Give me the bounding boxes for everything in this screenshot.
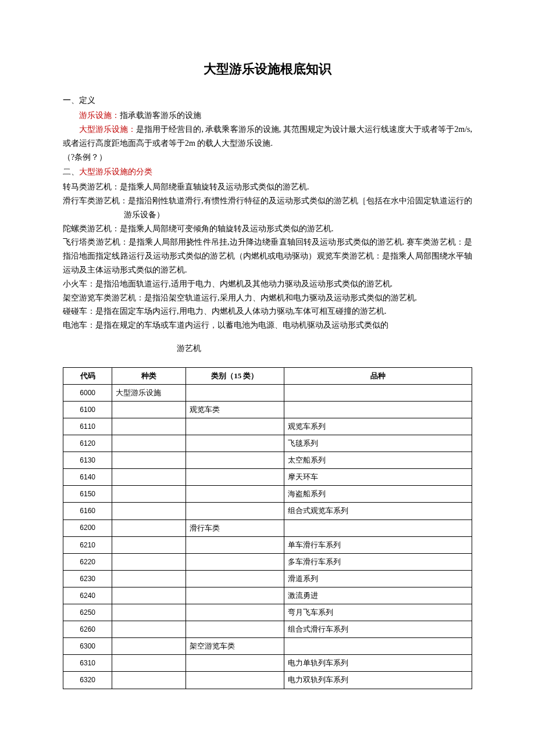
- cell-code: 6110: [63, 418, 112, 435]
- cell-variety: [284, 638, 472, 655]
- cell-variety: 飞毯系列: [284, 435, 472, 452]
- table-header-row: 代码 种类 类别（15 类） 品种: [63, 367, 472, 384]
- table-row: 6220多车滑行车系列: [63, 553, 472, 570]
- cell-kind: [112, 638, 186, 655]
- table-row: 6130太空船系列: [63, 452, 472, 469]
- cell-code: 6300: [63, 638, 112, 655]
- cell-code: 6150: [63, 486, 112, 503]
- cell-code: 6000: [63, 384, 112, 401]
- th-code: 代码: [63, 367, 112, 384]
- cell-kind: [112, 486, 186, 503]
- definition-1: 游乐设施：指承载游客游乐的设施: [63, 109, 472, 123]
- cell-category: [186, 621, 284, 638]
- cell-variety: 滑道系列: [284, 570, 472, 587]
- term-red-1: 游乐设施：: [79, 111, 120, 120]
- table-row: 6000大型游乐设施: [63, 384, 472, 401]
- cell-category: [186, 486, 284, 503]
- class-item-1: 滑行车类游艺机：是指沿刚性轨道滑行,有惯性滑行特征的及运动形式类似的游艺机［包括…: [63, 194, 472, 222]
- class-tail-label: 游艺机: [63, 342, 472, 356]
- cell-category: [186, 570, 284, 587]
- term-red-2: 大型游乐设施：: [79, 125, 136, 134]
- class-item-5: 架空游览车类游艺机：是指沿架空轨道运行,采用人力、内燃机和电力驱动及运动形式类似…: [63, 291, 472, 305]
- cell-code: 6100: [63, 401, 112, 418]
- table-row: 6320电力双轨列车系列: [63, 672, 472, 689]
- table-row: 6160组合式观览车系列: [63, 503, 472, 519]
- cell-kind: [112, 519, 186, 536]
- cell-category: [186, 503, 284, 519]
- cell-code: 6210: [63, 536, 112, 553]
- section-2-heading: 二、大型游乐设施的分类: [63, 165, 472, 179]
- cell-code: 6130: [63, 452, 112, 469]
- cell-kind: [112, 503, 186, 519]
- class-item-7: 电池车：是指在规定的车场或车道内运行，以蓄电池为电源、电动机驱动及运动形式类似的: [63, 318, 472, 332]
- th-kind: 种类: [112, 367, 186, 384]
- table-row: 6240激流勇进: [63, 587, 472, 604]
- table-row: 6140摩天环车: [63, 469, 472, 486]
- cell-category: 滑行车类: [186, 519, 284, 536]
- cell-kind: [112, 435, 186, 452]
- table-row: 6230滑道系列: [63, 570, 472, 587]
- table-row: 6210单车滑行车系列: [63, 536, 472, 553]
- cell-category: [186, 604, 284, 621]
- cell-kind: [112, 587, 186, 604]
- table-row: 6310电力单轨列车系列: [63, 655, 472, 672]
- cell-kind: [112, 536, 186, 553]
- cell-kind: [112, 672, 186, 689]
- class-item-6: 碰碰车：是指在固定车场内运行,用电力、内燃机及人体动力驱动,车体可相互碰撞的游艺…: [63, 304, 472, 318]
- cell-code: 6230: [63, 570, 112, 587]
- cell-variety: [284, 384, 472, 401]
- definition-2: 大型游乐设施：是指用于经营目的, 承载乘客游乐的设施, 其范围规定为设计最大运行…: [63, 123, 472, 151]
- document-title: 大型游乐设施根底知识: [63, 58, 472, 80]
- term-rest-1: 指承载游客游乐的设施: [120, 111, 201, 120]
- cell-category: 观览车类: [186, 401, 284, 418]
- cell-category: [186, 384, 284, 401]
- table-row: 6300架空游览车类: [63, 638, 472, 655]
- table-row: 6260组合式滑行车系列: [63, 621, 472, 638]
- cell-kind: [112, 570, 186, 587]
- cell-variety: 组合式滑行车系列: [284, 621, 472, 638]
- section-2-prefix: 二、: [63, 167, 79, 176]
- cell-code: 6120: [63, 435, 112, 452]
- cell-variety: 组合式观览车系列: [284, 503, 472, 519]
- cell-kind: [112, 553, 186, 570]
- cell-category: [186, 452, 284, 469]
- cell-category: 架空游览车类: [186, 638, 284, 655]
- cell-variety: [284, 401, 472, 418]
- cell-variety: 激流勇进: [284, 587, 472, 604]
- cell-code: 6160: [63, 503, 112, 519]
- cell-variety: 观览车系列: [284, 418, 472, 435]
- cell-kind: [112, 401, 186, 418]
- cell-variety: 太空船系列: [284, 452, 472, 469]
- table-body: 6000大型游乐设施6100观览车类6110观览车系列6120飞毯系列6130太…: [63, 384, 472, 689]
- cell-category: [186, 553, 284, 570]
- table-row: 6200滑行车类: [63, 519, 472, 536]
- th-category: 类别（15 类）: [186, 367, 284, 384]
- cell-kind: [112, 469, 186, 486]
- cell-kind: [112, 452, 186, 469]
- cell-kind: [112, 418, 186, 435]
- cell-variety: 弯月飞车系列: [284, 604, 472, 621]
- cell-code: 6310: [63, 655, 112, 672]
- cell-variety: 电力双轨列车系列: [284, 672, 472, 689]
- table-row: 6150海盗船系列: [63, 486, 472, 503]
- cell-kind: [112, 604, 186, 621]
- section-2: 二、大型游乐设施的分类 转马类游艺机：是指乘人局部绕垂直轴旋转及运动形式类似的游…: [63, 165, 472, 355]
- cell-code: 6200: [63, 519, 112, 536]
- class-item-2: 陀螺类游艺机：是指乘人局部绕可变倾角的轴旋转及运动形式类似的游艺机.: [63, 222, 472, 236]
- cell-category: [186, 672, 284, 689]
- cell-category: [186, 469, 284, 486]
- section-1-heading: 一、定义: [63, 94, 472, 108]
- class-item-3: 飞行塔类游艺机：是指乘人局部用挠性件吊挂,边升降边绕垂直轴回转及运动形式类似的游…: [63, 235, 472, 277]
- cell-code: 6140: [63, 469, 112, 486]
- table-row: 6110观览车系列: [63, 418, 472, 435]
- cell-code: 6260: [63, 621, 112, 638]
- definition-note: （?条例？）: [63, 151, 472, 164]
- cell-kind: [112, 655, 186, 672]
- cell-code: 6250: [63, 604, 112, 621]
- cell-kind: 大型游乐设施: [112, 384, 186, 401]
- cell-category: [186, 655, 284, 672]
- cell-variety: [284, 519, 472, 536]
- cell-variety: 多车滑行车系列: [284, 553, 472, 570]
- cell-code: 6320: [63, 672, 112, 689]
- cell-category: [186, 587, 284, 604]
